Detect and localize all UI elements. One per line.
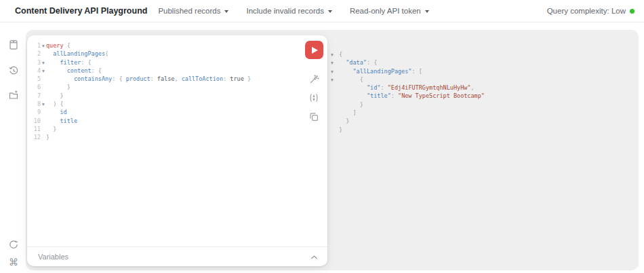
- code-text: }: [46, 92, 64, 99]
- query-editor-card: 1▾query {2 allLandingPages(3▾ filter: {4…: [27, 35, 327, 266]
- editor-toolbar: [305, 41, 323, 59]
- code-line: ▾ "data": {: [329, 58, 485, 67]
- code-text: id: [46, 109, 67, 115]
- chevron-down-icon: [328, 10, 332, 13]
- code-line: }: [329, 101, 485, 109]
- code-line: ▾ "allLandingPages": [: [329, 67, 485, 75]
- code-line: 6 }: [33, 83, 303, 91]
- code-line: "title": "New TypeScript Bootcamp": [329, 92, 485, 100]
- playground-panel: 1▾query {2 allLandingPages(3▾ filter: {4…: [26, 30, 639, 270]
- prettify-icon[interactable]: [308, 74, 319, 85]
- code-line: 10 title: [33, 117, 303, 125]
- code-line: 12}: [33, 133, 303, 141]
- code-line: 5 containsAny: { product: false, callToA…: [33, 75, 303, 83]
- line-number: 10: [33, 117, 41, 125]
- code-line: 2 allLandingPages(: [33, 50, 303, 58]
- code-line: 11 }: [33, 125, 303, 133]
- code-text: ) {: [46, 101, 64, 107]
- line-number: 6: [33, 83, 41, 91]
- keyboard-shortcuts-icon[interactable]: ⌘: [8, 257, 19, 268]
- chevron-down-icon: [425, 10, 429, 13]
- code-line: }: [329, 117, 485, 125]
- code-line: 4▾ content: {: [33, 67, 303, 75]
- code-line: ▾{: [329, 50, 485, 58]
- environment-dropdown-label: Published records: [158, 7, 220, 15]
- code-line: 7 }: [33, 92, 303, 100]
- code-text: }: [339, 117, 349, 124]
- docs-icon[interactable]: [8, 39, 19, 50]
- run-query-button[interactable]: [305, 41, 323, 59]
- line-number: 2: [33, 50, 41, 58]
- invalid-records-dropdown[interactable]: Include invalid records: [246, 7, 331, 15]
- variables-section-toggle[interactable]: Variables: [27, 247, 327, 266]
- line-number: 3: [33, 58, 41, 67]
- collections-icon[interactable]: [8, 90, 19, 101]
- code-text: {: [339, 76, 363, 83]
- code-line: ]: [329, 109, 485, 117]
- code-text: {: [339, 51, 342, 58]
- code-text: containsAny: { product: false, callToAct…: [46, 75, 251, 82]
- chevron-up-icon: [310, 251, 318, 263]
- code-text: content: {: [46, 67, 102, 74]
- page-title: Content Delivery API Playground: [15, 6, 147, 16]
- query-complexity-indicator: Query complexity: Low: [547, 7, 644, 15]
- code-line: 1▾query {: [33, 41, 303, 50]
- merge-icon[interactable]: [308, 92, 319, 103]
- invalid-records-dropdown-label: Include invalid records: [246, 7, 323, 15]
- code-line: 9 id: [33, 108, 303, 116]
- response-viewer: ▾{▾ "data": {▾ "allLandingPages": [▾ { "…: [329, 50, 485, 134]
- code-text: "data": {: [339, 59, 377, 66]
- code-text: "allLandingPages": [: [339, 68, 422, 75]
- code-text: }: [46, 84, 71, 90]
- line-number: 5: [33, 75, 41, 83]
- query-editor[interactable]: 1▾query {2 allLandingPages(3▾ filter: {4…: [33, 41, 303, 244]
- code-text: "id": "Edj4iFUTRGymtqhNLuHyHw",: [339, 84, 475, 91]
- line-number: 12: [33, 133, 41, 141]
- code-text: "title": "New TypeScript Bootcamp": [339, 92, 485, 99]
- code-line: 3▾ filter: {: [33, 58, 303, 67]
- code-line: ▾ {: [329, 75, 485, 84]
- code-line: }: [329, 126, 485, 134]
- code-text: }: [339, 101, 363, 108]
- line-number: 4: [33, 67, 41, 75]
- complexity-status-dot: [630, 9, 635, 14]
- playground-window: Content Delivery API Playground Publishe…: [0, 0, 644, 273]
- api-token-dropdown-label: Read-only API token: [350, 7, 421, 15]
- variables-label: Variables: [38, 253, 68, 261]
- environment-dropdown[interactable]: Published records: [158, 7, 228, 15]
- header: Content Delivery API Playground Publishe…: [0, 0, 644, 22]
- code-text: }: [46, 126, 56, 132]
- code-text: filter: {: [46, 59, 92, 66]
- history-icon[interactable]: [8, 65, 19, 76]
- line-number: 7: [33, 92, 41, 100]
- code-text: allLandingPages(: [46, 50, 108, 57]
- query-complexity-label: Query complexity: Low: [547, 7, 626, 15]
- line-number: 8: [33, 100, 41, 108]
- code-text: title: [46, 117, 77, 124]
- api-token-dropdown[interactable]: Read-only API token: [350, 7, 429, 15]
- code-text: query {: [46, 42, 71, 49]
- line-number: 9: [33, 108, 41, 116]
- code-text: ]: [339, 109, 357, 116]
- fold-toggle-icon[interactable]: ▾: [329, 59, 339, 67]
- line-number: 11: [33, 125, 41, 133]
- play-icon: [312, 47, 318, 54]
- chevron-down-icon: [224, 10, 228, 13]
- code-line: 8▾ ) {: [33, 100, 303, 108]
- line-number: 1: [33, 41, 41, 50]
- code-text: }: [339, 126, 342, 133]
- copy-icon[interactable]: [308, 111, 319, 122]
- code-line: "id": "Edj4iFUTRGymtqhNLuHyHw",: [329, 84, 485, 92]
- refresh-icon[interactable]: [8, 239, 19, 250]
- code-text: }: [46, 134, 49, 141]
